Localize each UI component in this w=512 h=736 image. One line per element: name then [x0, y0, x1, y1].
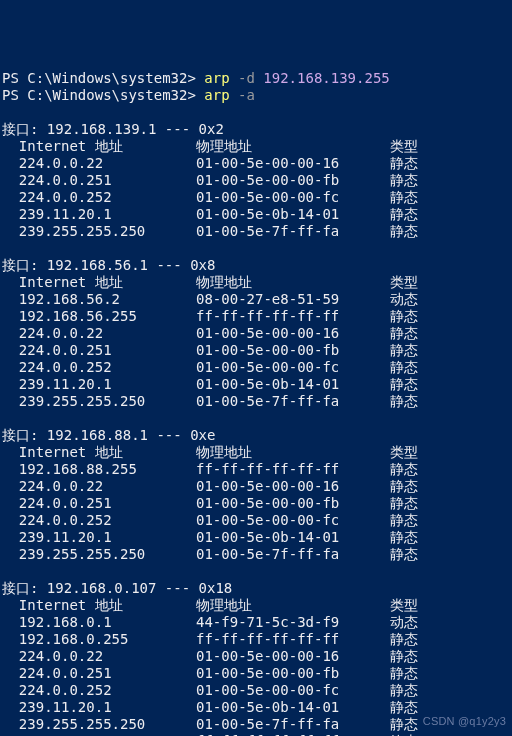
- arp-entry-row[interactable]: 224.0.0.25201-00-5e-00-00-fc静态: [2, 359, 512, 376]
- arp-type: 静态: [390, 699, 418, 716]
- arp-mac: 01-00-5e-7f-ff-fa: [196, 393, 390, 410]
- interface-header: 接口: 192.168.139.1 --- 0x2: [2, 121, 512, 138]
- arp-entry-row[interactable]: 224.0.0.25201-00-5e-00-00-fc静态: [2, 512, 512, 529]
- arp-ip: 224.0.0.251: [2, 665, 196, 682]
- prompt-line[interactable]: PS C:\Windows\system32> arp -a: [2, 87, 512, 104]
- arp-ip: 224.0.0.251: [2, 172, 196, 189]
- arp-type: 静态: [390, 308, 418, 325]
- arp-entry-row[interactable]: 239.255.255.25001-00-5e-7f-ff-fa静态: [2, 223, 512, 240]
- arp-mac: 01-00-5e-0b-14-01: [196, 529, 390, 546]
- arp-mac: 01-00-5e-00-00-16: [196, 325, 390, 342]
- arp-entry-row[interactable]: 192.168.0.255ff-ff-ff-ff-ff-ff静态: [2, 631, 512, 648]
- col-header-ip: Internet 地址: [2, 444, 196, 461]
- arp-mac: 01-00-5e-00-00-fc: [196, 359, 390, 376]
- arp-mac: 01-00-5e-00-00-fb: [196, 665, 390, 682]
- arp-ip: 239.11.20.1: [2, 699, 196, 716]
- prompt-line[interactable]: PS C:\Windows\system32> arp -d 192.168.1…: [2, 70, 512, 87]
- arp-type: 动态: [390, 614, 418, 631]
- arp-entry-row[interactable]: 224.0.0.25101-00-5e-00-00-fb静态: [2, 342, 512, 359]
- arp-type: 静态: [390, 206, 418, 223]
- column-header-row: Internet 地址物理地址类型: [2, 274, 512, 291]
- arp-mac: 01-00-5e-7f-ff-fa: [196, 546, 390, 563]
- arp-ip: 224.0.0.22: [2, 325, 196, 342]
- arp-ip: 192.168.88.255: [2, 461, 196, 478]
- prompt-path: PS C:\Windows\system32>: [2, 70, 204, 86]
- arp-type: 静态: [390, 682, 418, 699]
- arp-mac: 01-00-5e-0b-14-01: [196, 699, 390, 716]
- arp-entry-row[interactable]: 239.11.20.101-00-5e-0b-14-01静态: [2, 206, 512, 223]
- arp-entry-row[interactable]: 224.0.0.25101-00-5e-00-00-fb静态: [2, 665, 512, 682]
- arp-entry-row[interactable]: 224.0.0.2201-00-5e-00-00-16静态: [2, 478, 512, 495]
- arp-entry-row[interactable]: 192.168.0.144-f9-71-5c-3d-f9动态: [2, 614, 512, 631]
- arp-entry-row[interactable]: 239.255.255.25001-00-5e-7f-ff-fa静态: [2, 393, 512, 410]
- arp-entry-row[interactable]: 239.11.20.101-00-5e-0b-14-01静态: [2, 376, 512, 393]
- arp-entry-row[interactable]: 192.168.88.255ff-ff-ff-ff-ff-ff静态: [2, 461, 512, 478]
- terminal-output[interactable]: PS C:\Windows\system32> arp -d 192.168.1…: [2, 70, 512, 736]
- arp-type: 静态: [390, 546, 418, 563]
- arp-ip: 239.11.20.1: [2, 376, 196, 393]
- arp-ip: 224.0.0.22: [2, 648, 196, 665]
- arp-entry-row[interactable]: 224.0.0.25101-00-5e-00-00-fb静态: [2, 172, 512, 189]
- arp-ip: 224.0.0.252: [2, 682, 196, 699]
- arp-type: 静态: [390, 223, 418, 240]
- arp-ip: 192.168.56.255: [2, 308, 196, 325]
- arp-entry-row[interactable]: 224.0.0.2201-00-5e-00-00-16静态: [2, 648, 512, 665]
- arp-ip: 224.0.0.252: [2, 359, 196, 376]
- col-header-type: 类型: [390, 274, 418, 291]
- col-header-mac: 物理地址: [196, 274, 390, 291]
- arp-mac: 01-00-5e-00-00-16: [196, 155, 390, 172]
- flag: -d: [238, 70, 263, 86]
- arp-ip: 239.255.255.250: [2, 393, 196, 410]
- arp-ip: 224.0.0.251: [2, 342, 196, 359]
- arp-ip: 224.0.0.251: [2, 495, 196, 512]
- argument: 192.168.139.255: [263, 70, 389, 86]
- interface-header: 接口: 192.168.56.1 --- 0x8: [2, 257, 512, 274]
- arp-entry-row[interactable]: 192.168.56.208-00-27-e8-51-59动态: [2, 291, 512, 308]
- arp-type: 静态: [390, 155, 418, 172]
- arp-mac: 01-00-5e-7f-ff-fa: [196, 716, 390, 733]
- arp-entry-row[interactable]: 239.255.255.25001-00-5e-7f-ff-fa静态: [2, 546, 512, 563]
- arp-mac: 01-00-5e-00-00-fc: [196, 682, 390, 699]
- blank-line: [2, 104, 512, 121]
- arp-mac: ff-ff-ff-ff-ff-ff: [196, 461, 390, 478]
- col-header-mac: 物理地址: [196, 444, 390, 461]
- arp-ip: 224.0.0.22: [2, 155, 196, 172]
- arp-entry-row[interactable]: 224.0.0.2201-00-5e-00-00-16静态: [2, 155, 512, 172]
- arp-mac: 01-00-5e-7f-ff-fa: [196, 223, 390, 240]
- arp-ip: 192.168.0.255: [2, 631, 196, 648]
- blank-line: [2, 410, 512, 427]
- arp-type: 静态: [390, 393, 418, 410]
- column-header-row: Internet 地址物理地址类型: [2, 444, 512, 461]
- arp-entry-row[interactable]: 224.0.0.25101-00-5e-00-00-fb静态: [2, 495, 512, 512]
- arp-entry-row[interactable]: 224.0.0.25201-00-5e-00-00-fc静态: [2, 189, 512, 206]
- col-header-ip: Internet 地址: [2, 138, 196, 155]
- command: arp: [204, 87, 238, 103]
- col-header-type: 类型: [390, 444, 418, 461]
- arp-type: 静态: [390, 631, 418, 648]
- col-header-ip: Internet 地址: [2, 274, 196, 291]
- arp-ip: 224.0.0.252: [2, 189, 196, 206]
- arp-entry-row[interactable]: 239.11.20.101-00-5e-0b-14-01静态: [2, 529, 512, 546]
- arp-type: 动态: [390, 291, 418, 308]
- arp-entry-row[interactable]: 192.168.56.255ff-ff-ff-ff-ff-ff静态: [2, 308, 512, 325]
- arp-ip: 192.168.56.2: [2, 291, 196, 308]
- flag: -a: [238, 87, 255, 103]
- arp-mac: 01-00-5e-0b-14-01: [196, 206, 390, 223]
- arp-type: 静态: [390, 376, 418, 393]
- arp-ip: 224.0.0.252: [2, 512, 196, 529]
- col-header-mac: 物理地址: [196, 597, 390, 614]
- arp-mac: 01-00-5e-00-00-fb: [196, 495, 390, 512]
- arp-mac: 01-00-5e-00-00-fb: [196, 172, 390, 189]
- column-header-row: Internet 地址物理地址类型: [2, 138, 512, 155]
- blank-line: [2, 240, 512, 257]
- arp-type: 静态: [390, 716, 418, 733]
- arp-type: 静态: [390, 512, 418, 529]
- col-header-type: 类型: [390, 138, 418, 155]
- arp-entry-row[interactable]: 224.0.0.25201-00-5e-00-00-fc静态: [2, 682, 512, 699]
- arp-mac: 01-00-5e-00-00-fc: [196, 189, 390, 206]
- col-header-mac: 物理地址: [196, 138, 390, 155]
- arp-entry-row[interactable]: 224.0.0.2201-00-5e-00-00-16静态: [2, 325, 512, 342]
- arp-type: 静态: [390, 172, 418, 189]
- arp-mac: 08-00-27-e8-51-59: [196, 291, 390, 308]
- arp-ip: 224.0.0.22: [2, 478, 196, 495]
